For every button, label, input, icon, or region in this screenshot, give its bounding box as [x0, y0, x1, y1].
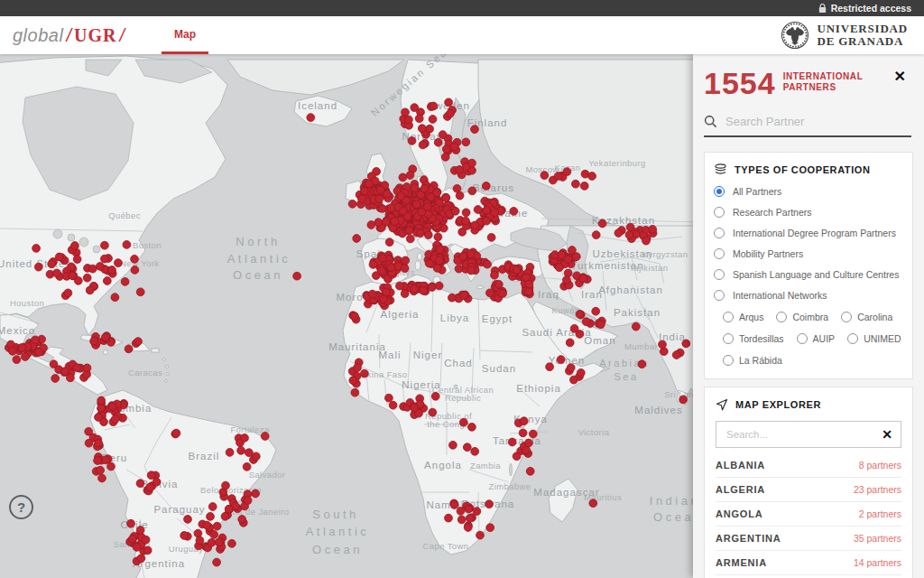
- partner-dot[interactable]: [123, 241, 131, 249]
- partner-dot[interactable]: [485, 500, 494, 508]
- radio-option-auip[interactable]: AUIP: [797, 333, 836, 344]
- partner-dot[interactable]: [450, 501, 458, 509]
- partner-dot[interactable]: [380, 295, 388, 303]
- partner-search[interactable]: [704, 114, 911, 137]
- partner-dot[interactable]: [483, 206, 491, 214]
- partner-dot[interactable]: [131, 266, 139, 275]
- partner-dot[interactable]: [464, 524, 472, 532]
- partner-dot[interactable]: [108, 266, 116, 275]
- tab-map[interactable]: Map: [162, 16, 208, 54]
- partner-dot[interactable]: [429, 408, 437, 416]
- partner-dot[interactable]: [125, 345, 133, 353]
- partner-dot[interactable]: [293, 272, 301, 280]
- partner-dot[interactable]: [577, 368, 585, 377]
- partner-dot[interactable]: [152, 478, 161, 486]
- partner-dot[interactable]: [592, 231, 600, 239]
- partner-dot[interactable]: [95, 439, 103, 447]
- radio-option-international-networks[interactable]: International Networks: [714, 290, 903, 301]
- radio-icon[interactable]: [714, 269, 725, 280]
- partner-dot[interactable]: [64, 289, 72, 297]
- radio-icon[interactable]: [714, 248, 725, 259]
- partner-dot[interactable]: [96, 263, 104, 271]
- partner-dot[interactable]: [213, 522, 221, 530]
- partner-dot[interactable]: [378, 267, 386, 275]
- partner-dot[interactable]: [614, 229, 623, 238]
- radio-option-mobility-partners[interactable]: Mobility Partners: [714, 248, 903, 259]
- radio-icon[interactable]: [714, 228, 725, 238]
- partner-dot[interactable]: [237, 446, 245, 454]
- partner-dot[interactable]: [682, 340, 690, 348]
- partner-dot[interactable]: [243, 462, 251, 471]
- partner-dot[interactable]: [439, 131, 447, 139]
- partner-dot[interactable]: [442, 194, 450, 202]
- partner-dot[interactable]: [71, 242, 79, 250]
- partner-dot[interactable]: [448, 294, 457, 302]
- radio-option-all-partners[interactable]: All Partners: [714, 186, 903, 197]
- partner-dot[interactable]: [402, 108, 410, 117]
- radio-icon[interactable]: [723, 312, 734, 322]
- partner-dot[interactable]: [207, 513, 215, 521]
- partner-dot[interactable]: [491, 271, 499, 279]
- partner-dot[interactable]: [471, 221, 479, 229]
- partner-dot[interactable]: [136, 480, 144, 488]
- radio-option-arqus[interactable]: Arqus: [723, 312, 763, 322]
- partner-dot[interactable]: [679, 396, 688, 404]
- partner-dot[interactable]: [101, 241, 109, 249]
- partner-dot[interactable]: [513, 266, 521, 275]
- partner-dot[interactable]: [457, 516, 466, 524]
- partner-dot[interactable]: [406, 172, 414, 180]
- partner-dot[interactable]: [108, 403, 116, 411]
- help-button[interactable]: ?: [9, 495, 33, 519]
- partner-dot[interactable]: [563, 168, 571, 176]
- partner-dot[interactable]: [467, 266, 476, 275]
- partner-dot[interactable]: [424, 231, 432, 239]
- partner-dot[interactable]: [529, 430, 537, 438]
- radio-icon[interactable]: [723, 355, 734, 366]
- partner-dot[interactable]: [134, 338, 143, 346]
- partner-dot[interactable]: [494, 280, 503, 288]
- partner-dot[interactable]: [86, 286, 94, 294]
- partner-dot[interactable]: [589, 499, 597, 508]
- partner-dot[interactable]: [376, 186, 384, 194]
- partner-dot[interactable]: [563, 276, 571, 284]
- partner-dot[interactable]: [111, 294, 119, 302]
- partner-dot[interactable]: [499, 290, 507, 298]
- partner-dot[interactable]: [103, 277, 111, 285]
- country-row-algeria[interactable]: ALGERIA23 partners: [716, 478, 901, 502]
- partner-dot[interactable]: [133, 544, 141, 552]
- partner-dot[interactable]: [447, 109, 455, 117]
- partner-dot[interactable]: [401, 265, 409, 273]
- partner-dot[interactable]: [358, 195, 366, 203]
- partner-dot[interactable]: [411, 285, 419, 294]
- partner-dot[interactable]: [18, 344, 26, 352]
- partner-dot[interactable]: [431, 392, 439, 400]
- partner-dot[interactable]: [420, 184, 429, 192]
- partner-dot[interactable]: [434, 138, 442, 146]
- partner-dot[interactable]: [554, 172, 562, 181]
- university-logo[interactable]: UNIVERSIDAD DE GRANADA: [781, 21, 908, 50]
- partner-dot[interactable]: [428, 284, 436, 292]
- partner-dot[interactable]: [61, 368, 69, 376]
- partner-dot[interactable]: [598, 219, 606, 228]
- partner-dot[interactable]: [102, 333, 110, 341]
- partner-dot[interactable]: [399, 173, 407, 182]
- partner-dot[interactable]: [228, 539, 236, 547]
- partner-dot[interactable]: [462, 209, 470, 217]
- partner-dot[interactable]: [638, 360, 646, 368]
- radio-icon[interactable]: [847, 333, 858, 344]
- radio-icon[interactable]: [714, 290, 725, 301]
- partner-dot[interactable]: [136, 527, 144, 535]
- partner-dot[interactable]: [261, 433, 269, 441]
- partner-dot[interactable]: [429, 116, 437, 124]
- partner-dot[interactable]: [576, 311, 584, 319]
- partner-dot[interactable]: [369, 261, 377, 269]
- partner-dot[interactable]: [208, 538, 216, 546]
- partner-dot[interactable]: [406, 235, 414, 243]
- partner-dot[interactable]: [9, 347, 17, 355]
- partner-dot[interactable]: [659, 340, 667, 349]
- partner-dot[interactable]: [208, 503, 217, 511]
- partner-dot[interactable]: [462, 138, 470, 146]
- partner-dot[interactable]: [385, 394, 393, 402]
- partner-search-input[interactable]: [724, 114, 908, 129]
- partner-dot[interactable]: [351, 312, 359, 321]
